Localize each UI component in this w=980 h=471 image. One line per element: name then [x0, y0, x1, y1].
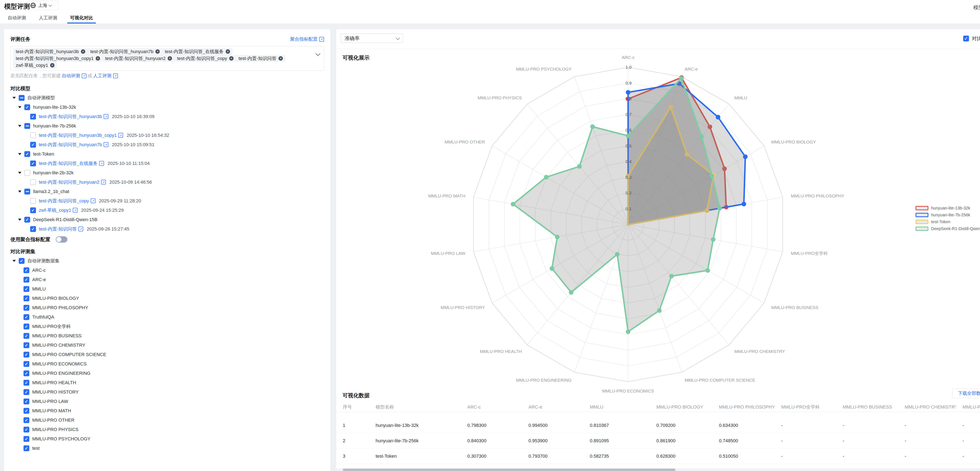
task-link[interactable]: test-内置-知识问答_hunyuan2 — [39, 179, 99, 185]
tab-visual-compare[interactable]: 可视化对比 — [70, 12, 93, 24]
external-link-icon: ↗ — [78, 227, 83, 232]
remove-tag-icon[interactable]: ✕ — [95, 56, 100, 61]
checkbox-checked[interactable]: ✓ — [24, 217, 30, 223]
scrollbar-thumb[interactable] — [343, 468, 676, 471]
legend-item[interactable]: DeepSeek-R1-Distill-Qwen-15B — [916, 226, 980, 231]
checkbox-checked[interactable]: ✓ — [24, 104, 30, 110]
caret-down-icon[interactable] — [13, 260, 16, 262]
checkbox-checked[interactable]: ✓ — [19, 258, 25, 264]
checkbox-checked[interactable]: ✓ — [24, 380, 29, 386]
radar-axis-label: MMLU-PRO MATH — [428, 193, 465, 198]
models-section-title: 对比模型 — [10, 85, 324, 92]
checkbox-checked[interactable]: ✓ — [24, 314, 29, 320]
checkbox-unchecked[interactable] — [24, 170, 30, 176]
checkbox-checked[interactable]: ✓ — [24, 445, 29, 451]
checkbox-checked[interactable]: ✓ — [30, 161, 36, 166]
checkbox-checked[interactable]: ✓ — [24, 352, 29, 358]
checkbox-checked[interactable]: ✓ — [24, 389, 29, 395]
remove-tag-icon[interactable]: ✕ — [50, 63, 54, 67]
checkbox-indeterminate[interactable] — [19, 95, 25, 101]
task-link[interactable]: test-内置-知识问答_hunyuan3b — [39, 113, 102, 120]
checkbox-checked[interactable]: ✓ — [24, 436, 29, 442]
hint-text: 若无匹配任务，您可新建 — [10, 73, 61, 79]
aggregate-metric-config-link[interactable]: 聚合指标配置 ↗ — [290, 36, 324, 42]
caret-down-icon[interactable] — [18, 125, 21, 127]
remove-tag-icon[interactable]: ✕ — [168, 56, 172, 61]
checkbox-checked[interactable]: ✓ — [24, 333, 29, 339]
remove-tag-icon[interactable]: ✕ — [226, 49, 230, 54]
checkbox-checked[interactable]: ✓ — [24, 295, 29, 301]
checkbox-indeterminate[interactable] — [24, 123, 30, 129]
cell: 2 — [336, 433, 369, 449]
checkbox-checked[interactable]: ✓ — [24, 342, 29, 348]
task-link[interactable]: test-内置-知识问答 — [39, 226, 77, 232]
checkbox-unchecked[interactable] — [30, 133, 36, 138]
checkbox-checked[interactable]: ✓ — [24, 417, 29, 423]
tree-row: ✓MMLU-PRO PHYSICS — [10, 425, 324, 434]
new-auto-eval-link[interactable]: 自动评测↗ — [62, 73, 86, 79]
checkbox-indeterminate[interactable] — [24, 188, 30, 195]
task-link[interactable]: test-内置-知识问答_hunyuan3b_copy1 — [39, 132, 117, 139]
datasets-section-title: 对比评测集 — [10, 248, 324, 255]
checkbox-checked[interactable]: ✓ — [24, 305, 29, 311]
tree-row: ✓test — [10, 444, 324, 453]
checkbox-checked[interactable]: ✓ — [24, 286, 29, 292]
caret-down-icon[interactable] — [18, 190, 21, 193]
caret-down-icon[interactable] — [18, 219, 21, 221]
cell: test-Token — [369, 449, 461, 464]
task-link[interactable]: zwf-草稿_copy1 — [39, 207, 71, 214]
radar-tick-label: 0.8 — [625, 96, 632, 101]
task-link[interactable]: test-内置-知识问答_copy — [39, 198, 89, 204]
legend-item[interactable]: hunyuan-lite-13b-32k — [916, 206, 980, 211]
column-header: 序号 — [336, 402, 369, 412]
caret-down-icon[interactable] — [18, 172, 21, 174]
header-right-link[interactable]: 模型 — [974, 4, 980, 11]
task-link[interactable]: test-内置-知识问答_hunyuan7b — [39, 142, 102, 148]
radar-point — [669, 274, 674, 278]
tab-manual-eval[interactable]: 人工评测 — [38, 12, 57, 24]
tab-auto-eval[interactable]: 自动评测 — [7, 12, 26, 24]
checkbox-checked[interactable]: ✓ — [30, 226, 36, 232]
checkbox-checked[interactable]: ✓ — [30, 142, 36, 148]
legend-item[interactable]: hunyuan-lite-7b-256k — [916, 212, 980, 217]
download-all-data-button[interactable]: 下载全部数据 — [952, 388, 980, 398]
remove-tag-icon[interactable]: ✕ — [155, 49, 160, 54]
cell: 0.307300 — [461, 449, 522, 464]
task-tag-label: test-内置-知识问答_copy — [177, 55, 227, 62]
tree-label: MMLU-PRO LAW — [32, 399, 68, 404]
checkbox-checked[interactable]: ✓ — [24, 427, 29, 433]
horizontal-scrollbar — [336, 468, 980, 471]
task-multiselect[interactable]: test-内置-知识问答_hunyuan3b✕test-内置-知识问答_huny… — [10, 46, 324, 70]
caret-down-icon[interactable] — [18, 106, 21, 108]
checkbox-checked[interactable]: ✓ — [24, 361, 29, 367]
task-link[interactable]: test-内置-知识问答_在线服务 — [39, 160, 97, 166]
caret-down-icon[interactable] — [18, 153, 21, 155]
checkbox-checked[interactable]: ✓ — [24, 151, 30, 157]
legend-item[interactable]: test-Token — [916, 219, 980, 224]
checkbox-checked[interactable]: ✓ — [24, 408, 29, 414]
task-tag-label: test-内置-知识问答_hunyuan7b — [90, 48, 153, 55]
checkbox-checked[interactable]: ✓ — [24, 267, 29, 273]
checkbox-checked[interactable]: ✓ — [24, 324, 29, 329]
checkbox-checked[interactable]: ✓ — [24, 370, 29, 376]
tree-row: test-内置-知识问答_copy↗2025-09-29 11:28:20 — [10, 196, 324, 206]
checkbox-checked[interactable]: ✓ — [30, 114, 36, 120]
caret-down-icon[interactable] — [13, 97, 16, 99]
checkbox-unchecked[interactable] — [30, 198, 36, 204]
region-select[interactable]: 上海 — [27, 1, 59, 10]
remove-tag-icon[interactable]: ✕ — [229, 56, 234, 61]
task-tag: zwf-草稿_copy1✕ — [13, 62, 57, 69]
radar-point — [743, 155, 748, 159]
checkbox-unchecked[interactable] — [30, 179, 36, 185]
remove-tag-icon[interactable]: ✕ — [81, 49, 85, 54]
remove-tag-icon[interactable]: ✕ — [278, 56, 283, 61]
tree-label: MMLU-PRO ENGINEERING — [32, 370, 91, 376]
checkbox-checked[interactable]: ✓ — [24, 399, 29, 404]
aggregate-toggle[interactable] — [56, 236, 67, 243]
tree-row: ✓test-内置-知识问答_hunyuan7b↗2025-10-10 15:09… — [10, 140, 324, 149]
cell: 0.840300 — [461, 433, 522, 449]
radar-point — [555, 235, 560, 239]
checkbox-checked[interactable]: ✓ — [24, 277, 29, 283]
new-manual-eval-link[interactable]: 人工评测↗ — [93, 73, 118, 79]
checkbox-checked[interactable]: ✓ — [30, 208, 36, 213]
